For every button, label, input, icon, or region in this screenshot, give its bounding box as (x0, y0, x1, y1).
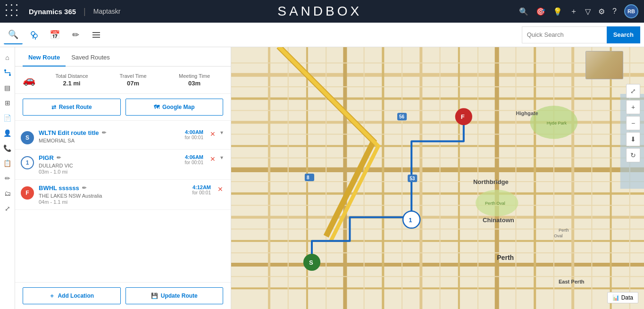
brand-name[interactable]: Dynamics 365 (29, 8, 76, 16)
svg-point-5 (4, 69, 6, 71)
stop-edit-icon-finish[interactable]: ✏ (82, 185, 86, 191)
svg-text:Perth: Perth (497, 254, 514, 261)
settings-nav-icon[interactable]: ⚙ (598, 7, 605, 16)
lightbulb-nav-icon[interactable]: 💡 (553, 7, 562, 16)
side-home-icon[interactable]: ⌂ (1, 51, 14, 64)
google-map-button[interactable]: 🗺 Google Map (125, 99, 224, 116)
update-route-button[interactable]: 💾 Update Route (125, 287, 224, 304)
route-stats: 🚗 Total Distance 2.1 mi Travel Time 07m … (15, 67, 231, 94)
stop-time-label-start: for 00:01 (185, 135, 203, 140)
svg-point-6 (9, 74, 11, 76)
stop-content-1: PIGR ✏ DULLARD VIC 03m - 1.0 mi (39, 154, 180, 175)
svg-text:East Perth: East Perth (559, 279, 585, 284)
main-layout: ⌂ ▤ ⊞ 📄 👤 📞 📋 ✏ 🗂 ⤢ New Route Saved Rout… (0, 47, 644, 309)
quick-search-container: Search (522, 26, 640, 43)
side-settings-icon[interactable]: ⊞ (1, 96, 14, 109)
quick-search-input[interactable] (522, 26, 607, 43)
stop-name-start[interactable]: WLTN Edit route title (39, 129, 99, 136)
svg-text:Oval: Oval (554, 234, 563, 238)
help-nav-icon[interactable]: ? (612, 7, 617, 16)
travel-time-label: Travel Time (104, 73, 162, 79)
side-route-icon[interactable] (1, 66, 14, 79)
map-expand-btn[interactable]: ⤢ (626, 84, 640, 98)
stop-edit-icon-start[interactable]: ✏ (102, 130, 106, 136)
side-phone-icon[interactable]: 📞 (1, 142, 14, 155)
clock-nav-icon[interactable]: 🎯 (536, 7, 545, 16)
pencil-toolbar-btn[interactable]: ✏ (66, 25, 85, 44)
stop-expand-start[interactable]: ▾ (220, 129, 223, 136)
search-button[interactable]: Search (607, 26, 640, 43)
side-edit-icon[interactable]: ✏ (1, 172, 14, 185)
stop-content-start: WLTN Edit route title ✏ MEMORIAL SA (39, 129, 180, 143)
svg-text:1: 1 (409, 217, 412, 224)
app-grid-icon[interactable] (6, 4, 20, 19)
stop-title-1: PIGR ✏ (39, 154, 180, 161)
side-expand-icon[interactable]: ⤢ (1, 202, 14, 215)
distance-label: Total Distance (43, 73, 100, 79)
side-person-icon[interactable]: 👤 (1, 126, 14, 140)
svg-text:Perth Oval: Perth Oval (485, 201, 505, 206)
svg-point-0 (31, 32, 35, 35)
stop-edit-icon-1[interactable]: ✏ (57, 155, 61, 161)
stop-meta-1: 03m - 1.0 mi (39, 169, 180, 175)
stop-title-finish: BWHL ssssss ✏ (39, 184, 188, 192)
add-location-button[interactable]: ＋ Add Location (23, 287, 121, 304)
filter-nav-icon[interactable]: ▽ (585, 7, 591, 16)
stop-marker-1: 1 (21, 156, 34, 169)
top-navigation: Dynamics 365 | Maptaskr SANDBOX 🔍 🎯 💡 ＋ … (0, 0, 644, 23)
tab-new-route[interactable]: New Route (23, 47, 66, 67)
stop-remove-start[interactable]: ✕ (210, 130, 216, 138)
search-toolbar-btn[interactable]: 🔍 (4, 25, 23, 44)
update-route-save-icon: 💾 (151, 292, 158, 299)
map-pin-toolbar-btn[interactable] (25, 25, 43, 44)
side-calendar-icon[interactable]: 📋 (1, 157, 14, 170)
add-location-plus-icon: ＋ (49, 292, 55, 300)
panel-tabs: New Route Saved Routes (15, 47, 231, 67)
user-avatar[interactable]: RB (624, 4, 638, 18)
stop-name-1[interactable]: PIGR (39, 154, 54, 161)
stop-remove-finish[interactable]: ✕ (217, 185, 223, 193)
plus-nav-icon[interactable]: ＋ (570, 7, 577, 17)
stop-content-finish: BWHL ssssss ✏ THE LAKES NSW Australia 04… (39, 184, 188, 205)
app-title: SANDBOX (125, 4, 514, 19)
calendar-toolbar-btn[interactable]: 📅 (45, 25, 64, 44)
zoom-in-btn[interactable]: + (626, 100, 640, 114)
route-stops-list: S WLTN Edit route title ✏ MEMORIAL SA 4:… (15, 121, 231, 282)
stop-name-finish[interactable]: BWHL ssssss (39, 184, 79, 192)
update-route-label: Update Route (161, 292, 198, 299)
svg-text:8: 8 (307, 175, 309, 180)
stop-title-start: WLTN Edit route title ✏ (39, 129, 180, 136)
refresh-btn[interactable]: ↻ (626, 148, 640, 162)
zoom-out-btn[interactable]: − (626, 116, 640, 130)
side-stack-icon[interactable]: 🗂 (1, 187, 14, 200)
stop-time-value-finish: 4:12AM (192, 184, 211, 190)
svg-text:Highgate: Highgate (516, 110, 538, 116)
reset-route-button[interactable]: ⇄ Reset Route (23, 99, 121, 116)
stop-meta-finish: 04m - 1.1 mi (39, 199, 188, 205)
svg-text:Northbridge: Northbridge (473, 178, 509, 185)
stop-time-label-finish: for 00:01 (192, 190, 211, 195)
meeting-time-value: 03m (166, 80, 223, 87)
distance-value: 2.1 mi (43, 80, 100, 87)
bar-chart-icon: 📊 (612, 294, 619, 301)
stop-item-start: S WLTN Edit route title ✏ MEMORIAL SA 4:… (15, 125, 231, 150)
search-nav-icon[interactable]: 🔍 (519, 7, 528, 16)
svg-text:F: F (461, 113, 465, 120)
data-button[interactable]: 📊 Data (607, 292, 638, 303)
svg-rect-4 (92, 32, 100, 33)
side-layers-icon[interactable]: ▤ (1, 81, 14, 94)
map-thumbnail[interactable] (585, 51, 623, 79)
download-btn[interactable]: ⬇ (626, 132, 640, 146)
map-area[interactable]: Hyde Park Perth Oval Highgate Northbridg… (231, 47, 644, 309)
map-bottom-bar: 📊 Data (607, 292, 638, 303)
stop-time-label-1: for 00:01 (185, 160, 203, 165)
stop-item-finish: F BWHL ssssss ✏ THE LAKES NSW Australia … (15, 180, 231, 210)
stop-time-value-start: 4:00AM (185, 129, 203, 135)
data-label: Data (621, 294, 633, 301)
stop-remove-1[interactable]: ✕ (210, 155, 216, 163)
stop-expand-1[interactable]: ▾ (220, 154, 223, 161)
add-location-label: Add Location (58, 292, 94, 299)
layers-toolbar-btn[interactable] (87, 25, 106, 44)
tab-saved-routes[interactable]: Saved Routes (66, 47, 116, 67)
side-document-icon[interactable]: 📄 (1, 111, 14, 125)
